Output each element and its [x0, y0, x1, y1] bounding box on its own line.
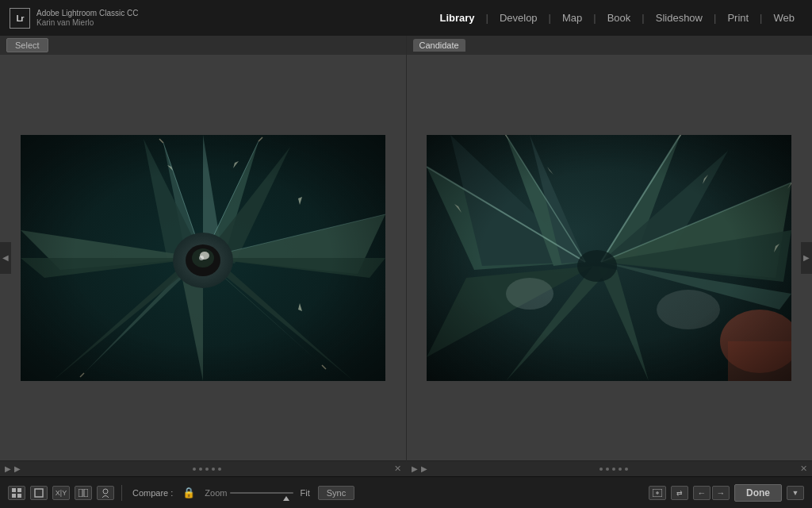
- compare-swap-button[interactable]: ⇄: [671, 486, 688, 500]
- survey-view-button[interactable]: [75, 486, 92, 500]
- candidate-flag-left: ▶: [412, 464, 418, 473]
- select-image-area: ◀: [0, 55, 406, 460]
- svg-rect-67: [17, 494, 21, 498]
- zoom-slider[interactable]: [230, 487, 293, 498]
- nav-web[interactable]: Web: [766, 9, 803, 27]
- svg-rect-63: [427, 135, 791, 381]
- prev-button[interactable]: ←: [693, 486, 710, 500]
- fit-icon: [653, 489, 662, 497]
- more-icon: ▼: [792, 489, 799, 497]
- toolbar-divider-1: [121, 485, 122, 501]
- select-photo: [21, 135, 385, 381]
- nav-sep-4: |: [642, 12, 644, 24]
- svg-rect-64: [12, 488, 16, 492]
- nav-sep-1: |: [486, 12, 488, 24]
- svg-rect-65: [17, 488, 21, 492]
- main-content: Select ◀: [0, 36, 812, 476]
- zoom-fit-label: Fit: [300, 488, 309, 498]
- candidate-scroll-dot-5: [625, 468, 628, 471]
- select-close-button[interactable]: ✕: [394, 464, 401, 474]
- select-flag-right: ▶: [14, 464, 21, 473]
- candidate-flag-right: ▶: [421, 464, 427, 473]
- nav-book[interactable]: Book: [599, 9, 639, 27]
- nav-library[interactable]: Library: [431, 9, 482, 27]
- select-photo-svg: [21, 135, 385, 381]
- lr-logo-text: Lr: [17, 13, 24, 23]
- app-logo-area: Lr Adobe Lightroom Classic CC Karin van …: [10, 8, 138, 29]
- scroll-dot-3: [205, 468, 209, 471]
- nav-sep-5: |: [714, 12, 716, 24]
- next-button[interactable]: →: [712, 486, 730, 500]
- loupe-view-button[interactable]: [30, 486, 48, 500]
- candidate-photo-svg: [427, 135, 791, 381]
- candidate-photo: [427, 135, 791, 381]
- candidate-scrollbar: ▶ ▶ ✕: [407, 460, 813, 476]
- sync-button[interactable]: Sync: [318, 486, 354, 500]
- done-button[interactable]: Done: [734, 484, 782, 502]
- nav-sep-2: |: [549, 12, 551, 24]
- app-user: Karin van Mierlo: [36, 18, 138, 28]
- grid-view-button[interactable]: [8, 486, 25, 500]
- svg-rect-32: [21, 135, 385, 381]
- scroll-dot-4: [212, 468, 215, 471]
- app-title-block: Adobe Lightroom Classic CC Karin van Mie…: [36, 9, 138, 28]
- candidate-scroll-dots: [431, 468, 798, 471]
- svg-rect-70: [84, 489, 88, 497]
- people-view-button[interactable]: [97, 486, 114, 500]
- candidate-panel-label-bar: Candidate: [407, 36, 813, 55]
- xy-label: X|Y: [56, 489, 67, 497]
- select-panel-label-bar: Select: [0, 36, 406, 55]
- nav-menu: Library | Develop | Map | Book | Slidesh…: [431, 9, 802, 27]
- xy-compare-button[interactable]: X|Y: [52, 486, 70, 500]
- svg-point-71: [103, 489, 108, 494]
- more-options-button[interactable]: ▼: [787, 486, 804, 500]
- nav-sep-3: |: [593, 12, 596, 24]
- toolbar-right: ⇄ ← → Done ▼: [649, 484, 804, 502]
- nav-sep-6: |: [760, 12, 762, 24]
- nav-arrows: ← →: [693, 486, 730, 500]
- zoom-track: [230, 492, 293, 494]
- svg-rect-68: [35, 489, 43, 497]
- candidate-label[interactable]: Candidate: [413, 39, 465, 52]
- zoom-label: Zoom: [205, 488, 227, 498]
- zoom-indicator: [283, 496, 289, 501]
- nav-develop[interactable]: Develop: [492, 9, 546, 27]
- people-icon: [101, 488, 110, 498]
- app-title: Adobe Lightroom Classic CC: [36, 9, 138, 18]
- candidate-scroll-dot-4: [619, 468, 622, 471]
- scroll-dot-2: [199, 468, 202, 471]
- candidate-close-button[interactable]: ✕: [800, 464, 807, 474]
- nav-slideshow[interactable]: Slideshow: [648, 9, 710, 27]
- candidate-scroll-dot-2: [606, 468, 609, 471]
- lock-button[interactable]: 🔒: [181, 486, 197, 500]
- select-flag-left: ▶: [5, 464, 11, 473]
- bottom-toolbar: X|Y Compare : 🔒 Zoom Fit Sync: [0, 476, 812, 508]
- fit-to-window-button[interactable]: [649, 486, 666, 500]
- select-scrollbar: ▶ ▶ ✕: [0, 460, 406, 476]
- grid-icon: [12, 488, 21, 498]
- nav-print[interactable]: Print: [719, 9, 756, 27]
- left-panel-arrow[interactable]: ◀: [0, 242, 11, 274]
- lr-logo: Lr: [10, 8, 30, 29]
- svg-rect-69: [79, 489, 82, 497]
- right-panel-arrow[interactable]: ▶: [801, 242, 812, 274]
- candidate-image-area: ▶: [407, 55, 813, 460]
- swap-icon: ⇄: [676, 489, 683, 497]
- compare-label: Compare :: [132, 488, 173, 498]
- candidate-scroll-dot-1: [599, 468, 603, 471]
- loupe-icon: [34, 488, 44, 498]
- select-scroll-dots: [24, 468, 391, 471]
- select-panel: Select ◀: [0, 36, 407, 476]
- select-button[interactable]: Select: [6, 38, 48, 52]
- candidate-panel: Candidate: [407, 36, 813, 476]
- zoom-area: Zoom Fit: [205, 487, 309, 498]
- scroll-dot-5: [218, 468, 221, 471]
- survey-icon: [79, 489, 88, 497]
- scroll-dot-1: [193, 468, 196, 471]
- svg-rect-66: [12, 494, 16, 498]
- candidate-scroll-dot-3: [612, 468, 615, 471]
- top-bar: Lr Adobe Lightroom Classic CC Karin van …: [0, 0, 812, 36]
- nav-map[interactable]: Map: [554, 9, 590, 27]
